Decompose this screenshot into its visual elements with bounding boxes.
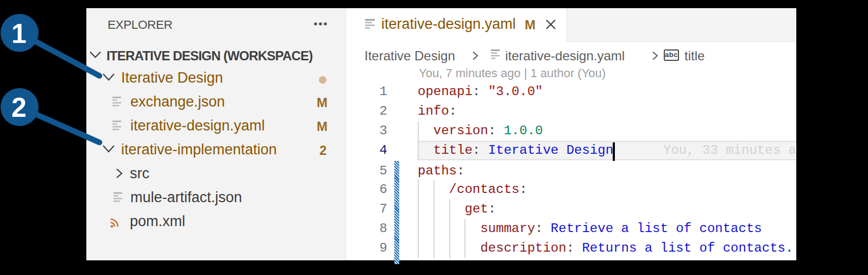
svg-text:1: 1: [11, 18, 27, 49]
svg-text:2: 2: [11, 92, 27, 123]
